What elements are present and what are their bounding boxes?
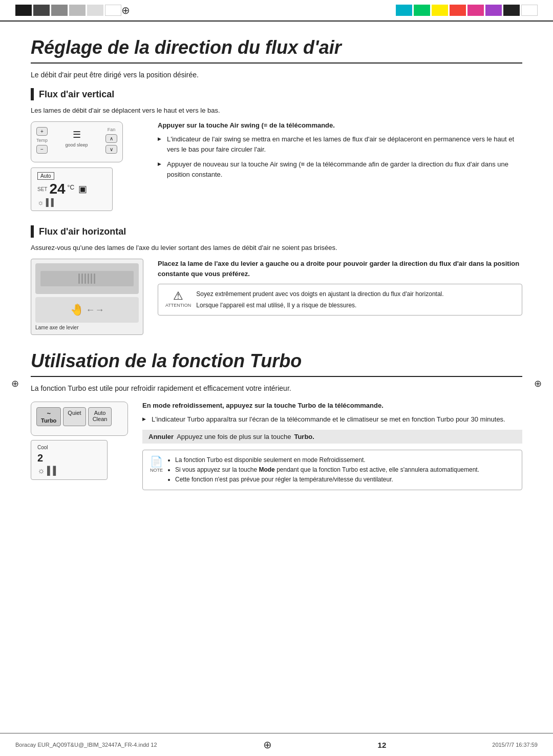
- attention-text: Soyez extrêmement prudent avec vos doigt…: [196, 289, 443, 310]
- swatch-black: [15, 5, 32, 16]
- annuler-bold: Turbo.: [294, 433, 314, 440]
- remote-center: ☰ good sleep: [65, 129, 88, 148]
- attention-line-1: Soyez extrêmement prudent avec vos doigt…: [196, 289, 443, 299]
- display-icon1: ▣: [78, 183, 87, 195]
- swatch-white2: [521, 5, 538, 16]
- display-num-val: 2: [37, 452, 43, 464]
- subsection1-bullets: L'indicateur de l'air swing se mettra en…: [158, 134, 522, 179]
- quiet-btn-label: Quiet: [68, 410, 81, 416]
- auto-clean-btn-label2: Clean: [93, 416, 108, 422]
- minus-btn: −: [36, 145, 48, 154]
- turbo-left: ~ Turbo Quiet Auto Clean Cool: [31, 402, 128, 480]
- subsection1-content: + Temp − ☰ good sleep Fan ∧ ∨: [31, 121, 522, 211]
- note-icon: 📄: [150, 455, 163, 468]
- swatch-lighter-gray: [87, 5, 103, 16]
- swatch-mid-gray: [51, 5, 68, 16]
- display-icons: ☼ ▌▌: [37, 198, 106, 206]
- turbo-right: En mode refroidissement, appuyez sur la …: [142, 402, 522, 490]
- subsection1-bullet-2: Appuyer de nouveau sur la touche Air swi…: [158, 159, 522, 179]
- vent6: [94, 274, 95, 284]
- auto-clean-button: Auto Clean: [88, 407, 112, 426]
- subsection1-right: Appuyer sur la touche Air swing (≡ de la…: [158, 121, 522, 211]
- remote-top: + Temp − ☰ good sleep Fan ∧ ∨: [36, 127, 117, 154]
- display-auto-badge: Auto: [37, 172, 54, 180]
- section2-intro: La fonction Turbo est utile pour refroid…: [31, 384, 522, 392]
- subsection2-right: Placez la lame de l'axe du levier a gauc…: [158, 259, 522, 316]
- note-items-list: La fonction Turbo est disponible seuleme…: [168, 455, 479, 485]
- section-flux-air: Réglage de la direction du flux d'air Le…: [31, 37, 522, 335]
- vent1: [78, 274, 80, 284]
- footer-compass-icon: ⊕: [263, 739, 272, 751]
- vent3: [84, 274, 86, 284]
- color-bar-container: ⊕: [0, 0, 553, 22]
- swatch-black2: [503, 5, 520, 16]
- display-temp-row: SET 24 °C ▣: [37, 182, 106, 196]
- subsection1-desc: Les lames de débit d'air se déplacent ve…: [31, 107, 522, 114]
- plus-btn: +: [36, 127, 48, 136]
- note-item-2: Si vous appuyez sur la touche Mode penda…: [175, 465, 479, 475]
- left-compass-icon: ⊕: [11, 378, 19, 389]
- page-number: 12: [378, 741, 387, 749]
- annuler-text: Appuyez une fois de plus sur la touche: [177, 433, 291, 440]
- turbo-display: Cool 2 ☼ ▌▌: [31, 440, 108, 480]
- page-content: Réglage de la direction du flux d'air Le…: [0, 22, 553, 511]
- subsection1-bullet-1: L'indicateur de l'air swing se mettra en…: [158, 134, 522, 154]
- display-set-label: SET: [37, 186, 47, 192]
- ac-vents-row: [40, 271, 134, 286]
- turbo-remote-illus: ~ Turbo Quiet Auto Clean: [31, 402, 128, 436]
- swatch-cyan: [396, 5, 412, 16]
- subsection2-bold-text: Placez la lame de l'axe du levier a gauc…: [158, 259, 522, 279]
- note-item-1: La fonction Turbo est disponible seuleme…: [175, 455, 479, 465]
- display-temp-unit: °C: [68, 184, 74, 191]
- section-turbo: Utilisation de la fonction Turbo La fonc…: [31, 350, 522, 490]
- turbo-button: ~ Turbo: [36, 407, 61, 426]
- vent2: [81, 274, 83, 284]
- turbo-btn-icon: ~: [47, 410, 51, 417]
- display-temp-num: 24: [49, 182, 65, 196]
- color-bar-right: [396, 5, 538, 16]
- remote-left-btns: + Temp −: [36, 127, 48, 154]
- swatch-red: [450, 5, 466, 16]
- good-sleep-label: good sleep: [65, 142, 88, 148]
- turbo-display-num: 2: [37, 452, 101, 464]
- subsection1-bar: [31, 88, 34, 100]
- subsection2-left: 🤚 ←→ Lame axe de levier: [31, 259, 143, 335]
- annuler-row: Annuler Appuyez une fois de plus sur la …: [142, 430, 522, 444]
- auto-clean-btn-label1: Auto: [94, 410, 106, 416]
- note-item-3: Cette fonction n'est pas prévue pour rég…: [175, 475, 479, 485]
- swatch-yellow: [432, 5, 448, 16]
- attention-line-2: Lorsque l'appareil est mal utilisé, Il y…: [196, 301, 443, 310]
- subsection2-header: Flux d'air horizontal: [31, 225, 522, 238]
- hand-icon: 🤚 ←→: [35, 297, 139, 323]
- swing-icon: ☰: [73, 129, 81, 140]
- color-bar-left: [15, 5, 121, 16]
- subsection1-title: Flux d'air vertical: [39, 89, 114, 100]
- quiet-button: Quiet: [63, 407, 86, 426]
- remote-right-btns: Fan ∧ ∨: [105, 127, 117, 154]
- ac-unit-top: [35, 263, 139, 294]
- subsection2-bar: [31, 225, 34, 238]
- display-panel: Auto SET 24 °C ▣ ☼ ▌▌: [31, 167, 113, 211]
- swatch-light-gray: [69, 5, 86, 16]
- note-label: NOTE: [150, 468, 163, 473]
- turbo-cool-label: Cool: [37, 445, 101, 450]
- footer-date: 2015/7/7 16:37:59: [492, 742, 538, 748]
- temp-label: Temp: [36, 138, 48, 143]
- section2-title: Utilisation de la fonction Turbo: [31, 350, 522, 377]
- attention-icon-wrap: ⚠ ATTENTION: [165, 289, 191, 308]
- footer: Boracay EUR_AQ09T&U@_IBIM_32447A_FR-4.in…: [0, 733, 553, 756]
- subsection2-section: Flux d'air horizontal Assurez-vous qu'un…: [31, 225, 522, 335]
- subsection2-title: Flux d'air horizontal: [39, 226, 126, 237]
- section1-title: Réglage de la direction du flux d'air: [31, 37, 522, 64]
- turbo-content: ~ Turbo Quiet Auto Clean Cool: [31, 402, 522, 490]
- swatch-dark-gray: [33, 5, 50, 16]
- vent5: [91, 274, 92, 284]
- compass-center-icon: ⊕: [121, 4, 130, 16]
- attention-box: ⚠ ATTENTION Soyez extrêmement prudent av…: [158, 284, 522, 316]
- turbo-bullet-1: L'indicateur Turbo apparaîtra sur l'écra…: [142, 414, 522, 425]
- attention-label: ATTENTION: [165, 303, 191, 308]
- turbo-instruction: En mode refroidissement, appuyez sur la …: [142, 402, 522, 409]
- footer-file-info: Boracay EUR_AQ09T&U@_IBIM_32447A_FR-4.in…: [15, 742, 157, 748]
- section1-intro: Le débit d'air peut être dirigé vers la …: [31, 71, 522, 79]
- remote-control-illus: + Temp − ☰ good sleep Fan ∧ ∨: [31, 121, 123, 162]
